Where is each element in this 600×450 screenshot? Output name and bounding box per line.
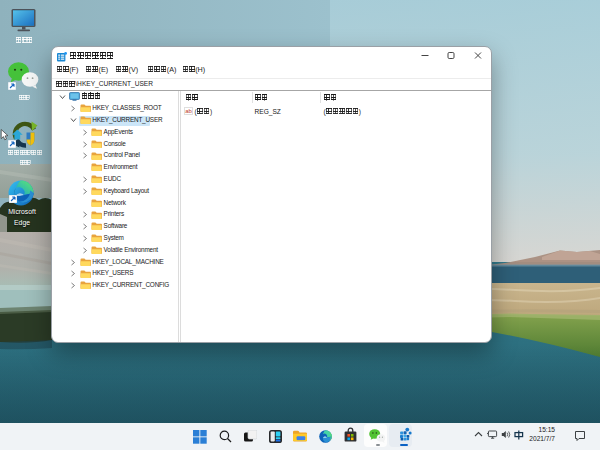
svg-text:ab: ab [185, 108, 192, 114]
